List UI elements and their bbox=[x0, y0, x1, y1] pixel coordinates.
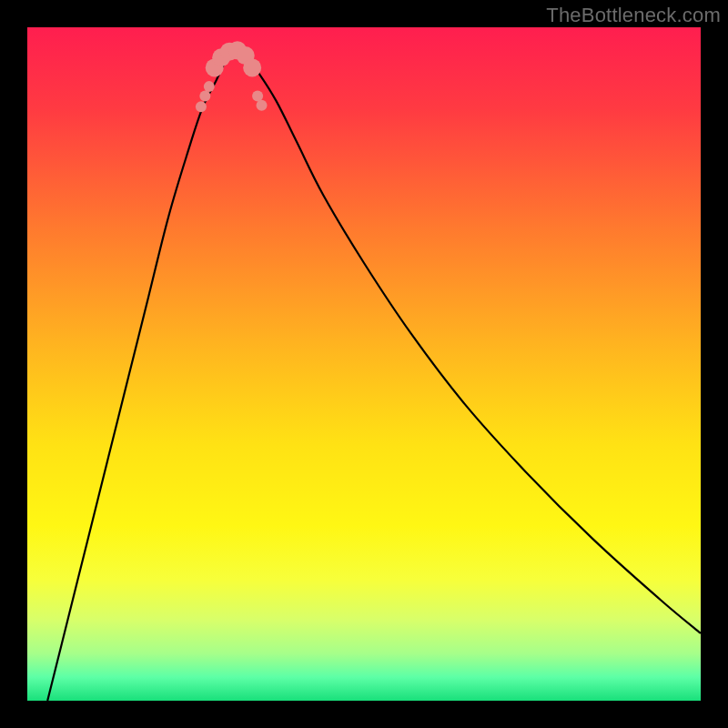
highlight-dot bbox=[204, 81, 215, 92]
watermark-text: TheBottleneck.com bbox=[546, 4, 721, 27]
chart-svg bbox=[27, 27, 701, 701]
chart-plot-area bbox=[27, 27, 701, 701]
gradient-background bbox=[27, 27, 701, 701]
highlight-dot bbox=[257, 100, 268, 111]
highlight-dot bbox=[199, 90, 210, 101]
highlight-dot bbox=[252, 90, 263, 101]
highlight-dot bbox=[196, 101, 207, 112]
outer-frame: TheBottleneck.com bbox=[0, 0, 728, 728]
highlight-dot bbox=[243, 58, 261, 76]
